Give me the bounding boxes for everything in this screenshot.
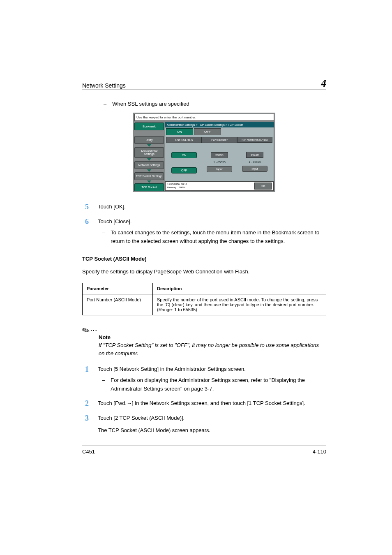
chapter-number: 4 bbox=[321, 78, 326, 89]
section-lead-ascii: Specify the settings to display PageScop… bbox=[82, 268, 326, 276]
footer-left: C451 bbox=[82, 449, 95, 455]
th-parameter: Parameter bbox=[83, 283, 153, 294]
crumb-utility[interactable]: Utility bbox=[134, 136, 164, 144]
step-5-text: Touch [OK]. bbox=[98, 203, 326, 212]
crumb-admin-settings[interactable]: Administrator Settings bbox=[134, 147, 164, 158]
parameter-table: Parameter Description Port Number (ASCII… bbox=[82, 283, 326, 315]
page-header-title: Network Settings bbox=[82, 82, 126, 89]
port-input-button[interactable]: Input bbox=[207, 166, 232, 172]
col-head-port: Port Number bbox=[202, 137, 237, 143]
note-icon: ✎ bbox=[80, 324, 92, 337]
crumb-network-settings[interactable]: Network Settings bbox=[134, 161, 164, 169]
step-2-text: Touch [Fwd.→] in the Network Settings sc… bbox=[98, 399, 326, 408]
port-ssl-input-button[interactable]: Input bbox=[242, 166, 267, 172]
crumb-tcp-socket-settings[interactable]: TCP Socket Settings bbox=[134, 172, 164, 180]
device-prompt: Use the keypad to enter the port number. bbox=[134, 114, 274, 121]
step-3-text: Touch [2 TCP Socket (ASCII Mode)]. bbox=[98, 414, 326, 423]
chevron-down-icon bbox=[147, 169, 151, 172]
step-number-5: 5 bbox=[82, 203, 89, 212]
dash-bullet: – bbox=[102, 376, 105, 393]
th-description: Description bbox=[153, 283, 326, 294]
dash-bullet: – bbox=[102, 229, 105, 246]
ok-button[interactable]: OK bbox=[254, 183, 272, 190]
footer-right: 4-110 bbox=[313, 449, 326, 455]
dash-bullet: – bbox=[104, 101, 106, 107]
note-text: If "TCP Socket Setting" is set to "OFF",… bbox=[99, 341, 326, 358]
col-head-port-ssl: Port Number (SSL/TLS) bbox=[237, 137, 272, 143]
note-dots: ... bbox=[90, 326, 98, 332]
col-head-ssl: Use SSL/TLS bbox=[166, 137, 202, 143]
step-number-2: 2 bbox=[82, 399, 89, 408]
td-param-port-ascii: Port Number (ASCII Mode) bbox=[83, 294, 153, 315]
tab-on[interactable]: ON bbox=[166, 128, 193, 135]
port-ssl-range: 1 - 65535 bbox=[249, 160, 261, 163]
step-number-1: 1 bbox=[82, 365, 89, 374]
port-value: 59158 bbox=[211, 152, 228, 158]
device-breadcrumb-line: Administrator Settings > TCP Socket Sett… bbox=[165, 122, 274, 127]
step-number-3: 3 bbox=[82, 414, 89, 435]
port-ssl-value: 59159 bbox=[246, 152, 263, 158]
section-title-ascii: TCP Socket (ASCII Mode) bbox=[82, 256, 326, 262]
step-number-6: 6 bbox=[82, 217, 89, 227]
ssl-specified-text: When SSL settings are specified bbox=[112, 101, 189, 107]
step-3-text-2: The TCP Socket (ASCII Mode) screen appea… bbox=[98, 426, 326, 435]
status-info: 11/17/2006 18:16 Memory 100% bbox=[167, 183, 187, 189]
device-screenshot: Use the keypad to enter the port number.… bbox=[133, 113, 275, 192]
device-crumb-trail: Bookmark Utility Administrator Settings … bbox=[134, 122, 164, 191]
step-1-substep: For details on displaying the Administra… bbox=[111, 376, 326, 393]
note-label: Note bbox=[99, 334, 326, 340]
ssl-on-button[interactable]: ON bbox=[171, 152, 197, 158]
td-desc-port-ascii: Specify the number of the port used in A… bbox=[153, 294, 326, 315]
chevron-down-icon bbox=[147, 180, 151, 183]
chevron-down-icon bbox=[147, 144, 151, 147]
step-6-text: Touch [Close]. bbox=[98, 217, 326, 227]
ssl-off-button[interactable]: OFF bbox=[171, 167, 197, 173]
crumb-bookmark[interactable]: Bookmark bbox=[134, 123, 164, 130]
step-6-substep: To cancel changes to the settings, touch… bbox=[111, 229, 326, 246]
tab-off[interactable]: OFF bbox=[194, 128, 221, 135]
step-1-text: Touch [5 Network Setting] in the Adminis… bbox=[98, 365, 326, 374]
chevron-down-icon bbox=[147, 158, 151, 161]
crumb-tcp-socket[interactable]: TCP Socket bbox=[134, 183, 164, 191]
port-range: 1 - 65535 bbox=[213, 161, 226, 164]
